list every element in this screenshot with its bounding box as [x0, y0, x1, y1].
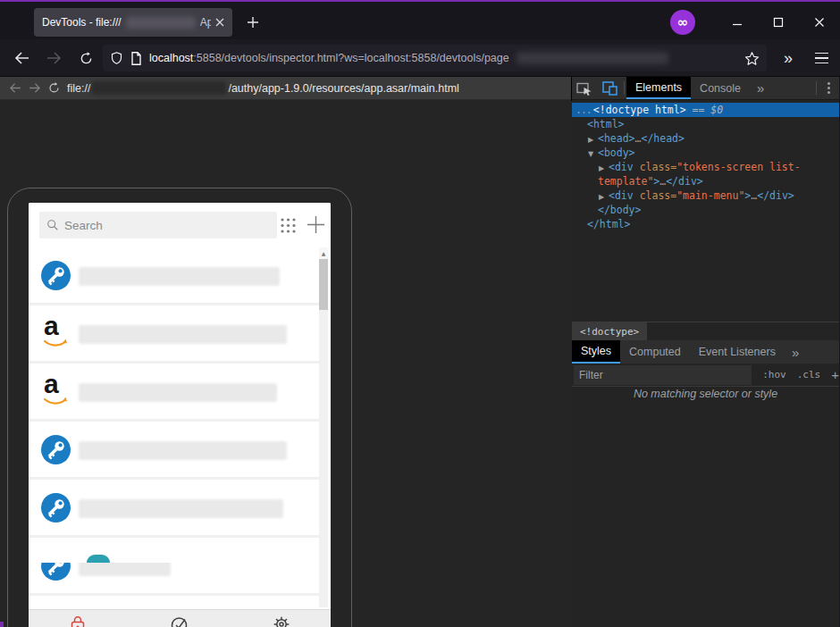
dom-token: class= [640, 161, 677, 173]
bookmark-star-icon[interactable] [744, 51, 760, 66]
search-placeholder: Search [64, 219, 103, 232]
nav-item-tokens[interactable]: Tokens [38, 610, 118, 627]
back-button[interactable] [9, 46, 34, 71]
dom-line[interactable]: template">…</div> [572, 174, 839, 188]
tab-console-label: Console [700, 82, 741, 95]
close-button[interactable] [799, 4, 840, 41]
more-tabs-chevrons[interactable]: » [750, 77, 771, 99]
dom-token: "main-menu" [676, 189, 744, 202]
grid-view-icon[interactable] [280, 217, 297, 234]
dom-line[interactable]: </body> [572, 203, 839, 217]
dom-line[interactable]: ▶<div class="main-menu">…</div> [572, 188, 839, 203]
dom-line[interactable]: <html> [572, 117, 839, 131]
styles-filter-input[interactable] [574, 365, 752, 385]
devtools-menu-button[interactable] [819, 77, 839, 99]
cast-url-path: /authy/app-1.9.0/resources/app.asar/main… [228, 82, 458, 95]
token-row[interactable] [29, 247, 319, 305]
sidebar-tab-bar: Styles Computed Event Listeners » [572, 340, 839, 364]
scrollbar-thumb[interactable] [319, 259, 328, 310]
dom-token: </div> [666, 175, 703, 188]
token-name-redacted [79, 325, 287, 344]
styles-filter-row: :hov .cls + [572, 364, 839, 387]
breadcrumb-bar: <!doctype> [572, 322, 839, 340]
tab-elements[interactable]: Elements [626, 77, 691, 99]
pseudo-state-toggle[interactable]: :hov [762, 369, 786, 380]
gear-icon [272, 614, 291, 627]
partial-token-row [29, 551, 319, 563]
cast-forward-icon[interactable] [29, 83, 41, 93]
tab-event-listeners-label: Event Listeners [699, 346, 776, 358]
breadcrumb[interactable]: <!doctype> [572, 322, 647, 340]
dom-line[interactable]: </html> [572, 217, 839, 231]
add-account-icon[interactable] [307, 215, 325, 234]
tab-close-icon[interactable] [215, 18, 224, 27]
url-redacted [517, 52, 668, 64]
dom-line[interactable]: ...<!doctype html> == $0 [572, 103, 839, 117]
navigation-toolbar: localhost:5858/devtools/inspector.html?w… [0, 39, 840, 77]
token-name-redacted [79, 383, 277, 402]
dom-line[interactable]: ▼<body> [572, 146, 839, 160]
new-style-rule-icon[interactable]: + [831, 367, 839, 382]
search-icon [46, 219, 59, 231]
styles-empty-message: No matching selector or style [572, 388, 839, 400]
app-menu-button[interactable] [809, 46, 834, 71]
reload-button[interactable] [73, 46, 98, 71]
dom-token: template" [598, 175, 653, 188]
maximize-button[interactable] [758, 4, 799, 41]
cast-reload-icon[interactable] [48, 82, 60, 94]
minimize-button[interactable] [717, 4, 758, 41]
tab-event-listeners[interactable]: Event Listeners [690, 340, 785, 364]
token-row[interactable]: a [29, 364, 319, 422]
token-row[interactable] [29, 422, 319, 480]
dom-line[interactable]: ▶<div class="tokens-screen list- [572, 160, 839, 174]
device-toolbar-icon[interactable] [597, 77, 622, 99]
url-bar[interactable]: localhost:5858/devtools/inspector.html?w… [103, 45, 767, 71]
url-host: localhost [149, 52, 193, 64]
generic-key-icon [41, 261, 71, 290]
search-input[interactable]: Search [39, 212, 277, 238]
content-area: file:///authy/app-1.9.0/resources/app.as… [0, 77, 840, 627]
url-text: localhost:5858/devtools/inspector.html?w… [149, 52, 509, 64]
tab-console[interactable]: Console [691, 77, 750, 99]
list-scrollbar[interactable]: ▲ [319, 247, 328, 607]
inspect-element-icon[interactable] [572, 77, 597, 99]
screencast-toolbar: file:///authy/app-1.9.0/resources/app.as… [0, 77, 571, 100]
dom-token: </div> [757, 189, 794, 202]
toolbar-separator [624, 81, 625, 95]
lock-icon [69, 614, 87, 627]
token-row[interactable]: a [29, 305, 319, 364]
nav-item-settings[interactable]: Settings [241, 610, 322, 627]
amazon-icon: a [41, 319, 71, 348]
hidden-nodes-dots: ... [575, 103, 592, 117]
kebab-icon [827, 87, 830, 89]
screencast-pane: file:///authy/app-1.9.0/resources/app.as… [0, 77, 572, 627]
device-frame: Search [7, 188, 352, 627]
authy-app-window: Search [29, 203, 331, 627]
dom-tree: ...<!doctype html> == $0<html>▶<head>…</… [572, 100, 839, 231]
class-toggle[interactable]: .cls [797, 369, 821, 380]
token-name-redacted [79, 267, 280, 286]
dom-token: == [686, 104, 711, 116]
sidebar-more-tabs-chevrons[interactable]: » [785, 340, 806, 364]
tab-computed[interactable]: Computed [620, 340, 690, 364]
new-tab-button[interactable] [243, 13, 263, 32]
shield-icon[interactable] [110, 51, 123, 65]
cast-back-icon[interactable] [9, 83, 21, 93]
app-bottom-nav: Tokens Requests [29, 609, 331, 627]
token-row[interactable] [29, 480, 319, 538]
dom-line[interactable]: ▶<head>…</head> [572, 131, 839, 146]
tab-styles[interactable]: Styles [572, 340, 620, 364]
cast-url[interactable]: file:///authy/app-1.9.0/resources/app.as… [67, 81, 459, 95]
scrollbar-up-arrow[interactable]: ▲ [319, 247, 328, 259]
forward-button[interactable] [41, 46, 66, 71]
token-row[interactable] [29, 538, 319, 596]
browser-tab[interactable]: DevTools - file:/// Ap [34, 8, 232, 37]
page-info-icon[interactable] [130, 52, 142, 65]
overflow-menu-chevrons[interactable]: » [776, 46, 801, 71]
nav-item-requests[interactable]: Requests [139, 610, 220, 627]
url-path: :5858/devtools/inspector.html?ws=localho… [193, 52, 508, 64]
app-top-bar: Search [29, 203, 331, 247]
collapse-arrow-icon[interactable]: ▼ [588, 147, 598, 162]
browser-window: DevTools - file:/// Ap ∞ [0, 0, 840, 627]
tab-computed-label: Computed [629, 346, 681, 358]
